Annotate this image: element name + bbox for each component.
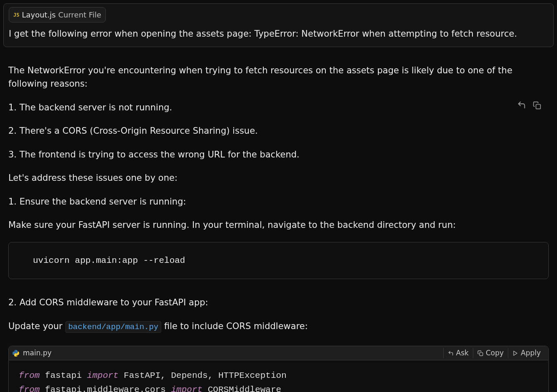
step-2-title: 2. Add CORS middleware to your FastAPI a… [8,296,549,310]
assistant-response: The NetworkError you're encountering whe… [3,64,554,392]
code-panel-body: from fastapi import FastAPI, Depends, HT… [9,360,548,392]
step-1-title: 1. Ensure the backend server is running: [8,195,549,209]
copy-button-label: Copy [486,348,504,359]
svg-marker-2 [514,351,517,356]
copy-message-icon[interactable] [533,100,541,113]
response-intro: The NetworkError you're encountering whe… [8,64,549,91]
python-file-icon [12,350,20,357]
code-block-uvicorn: uvicorn app.main:app --reload [8,242,549,280]
user-message: JS Layout.js Current File I get the foll… [3,3,554,47]
file-context-chip[interactable]: JS Layout.js Current File [9,7,106,22]
code-line-1: from fastapi import FastAPI, Depends, HT… [19,369,538,383]
step-1-body: Make sure your FastAPI server is running… [8,218,549,232]
code-panel-header: main.py Ask Copy Apply [9,346,548,360]
step-2-body-pre: Update your [8,321,65,331]
js-file-icon: JS [13,11,19,19]
response-reason-1: 1. The backend server is not running. [8,101,549,115]
ask-button-label: Ask [456,348,469,359]
code-panel-filename: main.py [23,348,52,359]
user-message-text: I get the following error when opening t… [9,27,548,41]
response-reason-2: 2. There's a CORS (Cross-Origin Resource… [8,124,549,138]
step-2-body: Update your backend/app/main.py file to … [8,320,549,333]
ask-button[interactable]: Ask [443,348,473,358]
step-2-body-post: file to include CORS middleware: [161,321,308,331]
response-reason-3: 3. The frontend is trying to access the … [8,148,549,162]
apply-button[interactable]: Apply [508,348,545,358]
copy-button[interactable]: Copy [473,348,508,358]
message-actions [517,100,541,113]
code-panel-main-py: main.py Ask Copy Apply from fastapi impo… [8,346,549,392]
svg-rect-0 [536,104,541,109]
response-transition: Let's address these issues one by one: [8,171,549,185]
inline-code-path: backend/app/main.py [65,321,162,333]
reply-icon[interactable] [517,100,526,113]
code-line-2: from fastapi.middleware.cors import CORS… [19,383,538,392]
apply-button-label: Apply [521,348,541,359]
svg-rect-1 [480,352,483,356]
file-chip-name: Layout.js [22,9,55,20]
file-chip-tag: Current File [58,9,101,20]
